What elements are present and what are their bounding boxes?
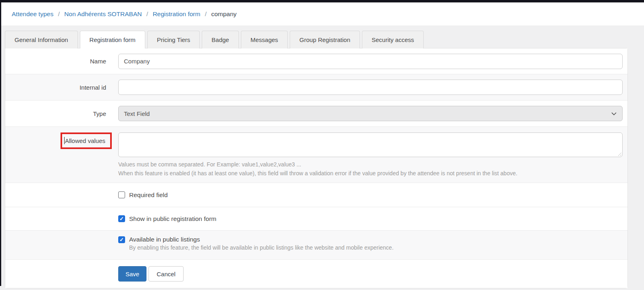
annotation-red-box: Allowed values — [61, 132, 112, 149]
available-in-listings-help: By enabling this feature, the field will… — [129, 243, 623, 252]
tab-group-registration[interactable]: Group Registration — [290, 31, 360, 48]
breadcrumb: Attendee types / Non Adhérents SOTRABAN … — [12, 11, 236, 18]
required-field-label[interactable]: Required field — [129, 191, 168, 199]
form-row-actions: Save Cancel — [5, 260, 627, 288]
show-in-public-checkbox-row: Show in public registration form — [118, 215, 623, 223]
form-row-name: Name — [5, 48, 627, 74]
available-in-listings-checkbox-row: Available in public listings — [118, 236, 623, 243]
window-frame-top — [0, 0, 644, 2]
available-in-listings-checkbox[interactable] — [118, 236, 125, 243]
breadcrumb-link-attendee-types[interactable]: Attendee types — [12, 11, 53, 17]
name-input[interactable] — [118, 54, 623, 69]
show-in-public-checkbox[interactable] — [118, 215, 125, 222]
breadcrumb-separator: / — [58, 11, 60, 17]
allowed-values-label-cell: Allowed values — [5, 132, 106, 178]
type-label: Type — [5, 110, 106, 117]
required-field-checkbox-row: Required field — [118, 191, 623, 199]
chevron-down-icon — [611, 110, 617, 116]
allowed-values-help-1: Values must be comma separated. For Exam… — [118, 160, 623, 169]
page-header: Attendee types / Non Adhérents SOTRABAN … — [0, 2, 644, 25]
tab-pricing-tiers[interactable]: Pricing Tiers — [147, 31, 200, 48]
registration-form-card: Name Internal id Type Text Field Allowed — [5, 48, 628, 288]
form-row-allowed-values: Allowed values Values must be comma sepa… — [5, 127, 627, 183]
type-select-value: Text Field — [124, 110, 150, 117]
internal-id-label: Internal id — [5, 84, 106, 91]
breadcrumb-separator: / — [205, 11, 207, 17]
form-row-type: Type Text Field — [5, 101, 627, 127]
internal-id-input[interactable] — [118, 80, 623, 95]
cancel-button[interactable]: Cancel — [148, 266, 184, 282]
tab-general-information[interactable]: General Information — [5, 31, 78, 48]
tab-registration-form[interactable]: Registration form — [80, 31, 145, 48]
allowed-values-help-2: When this feature is enabled (it has at … — [118, 169, 623, 178]
content-area: General Information Registration form Pr… — [0, 25, 644, 288]
breadcrumb-link-registration-form[interactable]: Registration form — [153, 11, 200, 17]
breadcrumb-link-attendee-type[interactable]: Non Adhérents SOTRABAN — [64, 11, 142, 17]
tab-messages[interactable]: Messages — [241, 31, 288, 48]
allowed-values-textarea[interactable] — [118, 132, 623, 157]
name-label: Name — [5, 58, 106, 65]
save-button[interactable]: Save — [118, 266, 146, 282]
show-in-public-label[interactable]: Show in public registration form — [129, 215, 216, 223]
window-frame-left — [0, 0, 1, 286]
allowed-values-label: Allowed values — [65, 137, 105, 144]
available-in-listings-label[interactable]: Available in public listings — [129, 236, 200, 243]
tab-security-access[interactable]: Security access — [362, 31, 424, 48]
tab-badge[interactable]: Badge — [202, 31, 238, 48]
type-select[interactable]: Text Field — [118, 106, 623, 121]
form-row-internal-id: Internal id — [5, 74, 627, 101]
tab-bar: General Information Registration form Pr… — [5, 31, 644, 48]
form-row-available-in-listings: Available in public listings By enabling… — [5, 231, 627, 260]
form-row-show-in-public: Show in public registration form — [5, 207, 627, 231]
breadcrumb-separator: / — [146, 11, 148, 17]
breadcrumb-current: company — [211, 11, 236, 17]
required-field-checkbox[interactable] — [118, 191, 125, 198]
form-row-required-field: Required field — [5, 183, 627, 207]
